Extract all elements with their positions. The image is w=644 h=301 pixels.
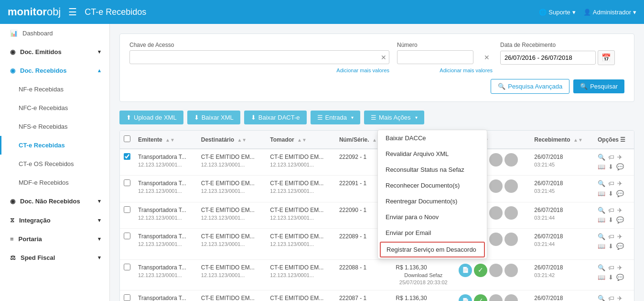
table-body: Transportadora T...12.123.123/0001...CT-… <box>120 149 634 301</box>
opt-row-2: 📖 ⬇ 💬 <box>598 163 630 171</box>
tag-opt-icon[interactable]: 🏷 <box>608 294 614 301</box>
status-gray-icon1 <box>489 179 503 193</box>
admin-button[interactable]: 👤 Administrador ▾ <box>583 9 636 16</box>
tag-opt-icon[interactable]: 🏷 <box>608 179 614 188</box>
td-emitente: Transportadora T...32.438.772/0001... <box>134 290 197 301</box>
download-opt-icon[interactable]: ⬇ <box>608 190 613 198</box>
dropdown-reconhecer-doc[interactable]: Reconhecer Documento(s) <box>378 178 487 193</box>
download-opt-icon[interactable]: ⬇ <box>608 216 613 224</box>
send-opt-icon[interactable]: ✈ <box>617 179 623 188</box>
dropdown-enviar-noov[interactable]: Enviar para o Noov <box>378 209 487 225</box>
sidebar-item-doc-nao-recebidos[interactable]: ◉ Doc. Não Recebidos ▾ <box>0 192 109 211</box>
numero-clear-icon[interactable]: ✕ <box>484 54 490 61</box>
search-opt-icon[interactable]: 🔍 <box>598 294 605 301</box>
sidebar-item-nfe-recebidas[interactable]: NF-e Recebidas <box>0 80 109 99</box>
baixar-dacte-button[interactable]: ⬇ Baixar DACT-e <box>244 111 307 124</box>
tag-opt-icon[interactable]: 🏷 <box>608 264 614 272</box>
chave-add-mais-button[interactable]: Adicionar mais valores <box>129 67 389 73</box>
send-opt-icon[interactable]: ✈ <box>617 153 623 162</box>
chevron-down-icon2: ▾ <box>98 198 101 204</box>
send-opt-icon[interactable]: ✈ <box>617 206 623 215</box>
data-recebimento-input[interactable] <box>500 51 596 65</box>
sidebar-item-mdfe-recebidos[interactable]: MDF-e Recebidos <box>0 173 109 192</box>
comment-opt-icon[interactable]: 💬 <box>616 163 624 171</box>
row-checkbox[interactable] <box>124 179 130 186</box>
sidebar-item-portaria[interactable]: ≡ Portaria ▾ <box>0 230 109 248</box>
sidebar-item-cte-os-recebidos[interactable]: CT-e OS Recebidos <box>0 155 109 173</box>
comment-opt-icon[interactable]: 💬 <box>616 273 624 282</box>
row-checkbox[interactable] <box>124 153 130 160</box>
baixar-xml-button[interactable]: ⬇ Baixar XML <box>187 111 240 124</box>
select-all-checkbox[interactable] <box>124 135 130 142</box>
dropdown-registrar-servico[interactable]: Registrar Serviço em Desacordo <box>380 242 485 257</box>
row-checkbox[interactable] <box>124 233 130 239</box>
upload-xml-button[interactable]: ⬆ Upload de XML <box>119 111 183 124</box>
page-title: CT-e Recebidos <box>85 7 531 17</box>
send-opt-icon[interactable]: ✈ <box>617 264 623 272</box>
sort-tomador-icon[interactable]: ▲▼ <box>297 137 307 143</box>
search-opt-icon[interactable]: 🔍 <box>598 206 605 215</box>
book-opt-icon[interactable]: 📖 <box>598 163 605 171</box>
numero-input[interactable] <box>397 50 473 64</box>
opt-row-2: 📖 ⬇ 💬 <box>598 242 630 251</box>
pesquisa-avancada-button[interactable]: 🔍 Pesquisa Avançada <box>491 79 569 94</box>
book-opt-icon[interactable]: 📖 <box>598 216 605 224</box>
sort-emitente-icon[interactable]: ▲▼ <box>165 137 175 143</box>
download-dacte-icon: ⬇ <box>251 114 256 121</box>
book-opt-icon[interactable]: 📖 <box>598 242 605 251</box>
user-icon: 👤 <box>583 9 591 16</box>
search-opt-icon[interactable]: 🔍 <box>598 179 605 188</box>
dropdown-revalidar-xml[interactable]: Revalidar Arquivo XML <box>378 146 487 162</box>
sped-fiscal-icon: ⚖ <box>10 254 16 261</box>
suporte-button[interactable]: 🌐 Suporte ▾ <box>539 9 576 16</box>
dropdown-reentregar-doc[interactable]: Reentregar Documento(s) <box>378 193 487 209</box>
download-opt-icon[interactable]: ⬇ <box>608 163 613 171</box>
dropdown-baixar-dacce[interactable]: Baixar DACCe <box>378 130 487 146</box>
entrada-chevron-icon: ▾ <box>351 115 354 120</box>
calendar-icon[interactable]: 📅 <box>598 50 615 65</box>
sidebar-item-cte-recebidas[interactable]: CT-e Recebidas <box>0 136 109 155</box>
tag-opt-icon[interactable]: 🏷 <box>608 206 614 215</box>
sidebar-item-integracao[interactable]: ⧖ Integração ▾ <box>0 211 109 230</box>
mais-acoes-button[interactable]: ☰ Mais Ações ▾ <box>364 111 424 124</box>
book-opt-icon[interactable]: 📖 <box>598 273 605 282</box>
sidebar-item-doc-recebidos[interactable]: ◉ Doc. Recebidos ▴ <box>0 61 109 80</box>
sidebar-item-nfse-recebidas[interactable]: NFS-e Recebidas <box>0 117 109 136</box>
chave-acesso-input[interactable] <box>129 50 389 64</box>
mais-acoes-chevron-icon: ▾ <box>415 115 418 120</box>
search-opt-icon[interactable]: 🔍 <box>598 153 605 162</box>
sidebar-item-nfce-recebidas[interactable]: NFC-e Recebidas <box>0 99 109 117</box>
sidebar-item-dashboard[interactable]: 📊 Dashboard <box>0 24 109 43</box>
status-check-icon: ✓ <box>474 264 487 277</box>
search-opt-icon[interactable]: 🔍 <box>598 233 605 241</box>
numero-input-wrap: ✕ <box>397 50 493 64</box>
download-opt-icon[interactable]: ⬇ <box>608 242 613 251</box>
search-opt-icon[interactable]: 🔍 <box>598 264 605 272</box>
td-opcoes: 🔍 🏷 ✈ 📖 ⬇ 💬 <box>594 259 634 290</box>
numero-add-mais-button[interactable]: Adicionar mais valores <box>397 67 493 73</box>
status-doc-icon: 📄 <box>459 294 472 301</box>
send-opt-icon[interactable]: ✈ <box>617 233 623 241</box>
pesquisar-button[interactable]: 🔍 Pesquisar <box>573 79 624 93</box>
book-opt-icon[interactable]: 📖 <box>598 190 605 198</box>
row-checkbox[interactable] <box>124 294 130 301</box>
options-settings-icon[interactable]: ☰ <box>620 136 625 143</box>
comment-opt-icon[interactable]: 💬 <box>616 242 624 251</box>
row-checkbox[interactable] <box>124 206 130 213</box>
sidebar-item-doc-emitidos[interactable]: ◉ Doc. Emitidos ▾ <box>0 43 109 61</box>
tag-opt-icon[interactable]: 🏷 <box>608 233 614 241</box>
tag-opt-icon[interactable]: 🏷 <box>608 153 614 162</box>
entrada-button[interactable]: ☰ Entrada ▾ <box>311 111 361 124</box>
dropdown-reconsultar-status[interactable]: Reconsultar Status na Sefaz <box>378 162 487 178</box>
send-opt-icon[interactable]: ✈ <box>617 294 623 301</box>
comment-opt-icon[interactable]: 💬 <box>616 190 624 198</box>
chave-acesso-clear-icon[interactable]: ✕ <box>381 54 386 61</box>
dropdown-enviar-email[interactable]: Enviar por Email <box>378 225 487 241</box>
hamburger-icon[interactable]: ☰ <box>68 6 77 18</box>
download-opt-icon[interactable]: ⬇ <box>608 273 613 282</box>
comment-opt-icon[interactable]: 💬 <box>616 216 624 224</box>
row-checkbox[interactable] <box>124 264 130 270</box>
sort-recebimento-icon[interactable]: ▲▼ <box>573 137 583 143</box>
sidebar-item-sped-fiscal[interactable]: ⚖ Sped Fiscal ▾ <box>0 248 109 267</box>
sort-destinatario-icon[interactable]: ▲▼ <box>237 137 247 143</box>
